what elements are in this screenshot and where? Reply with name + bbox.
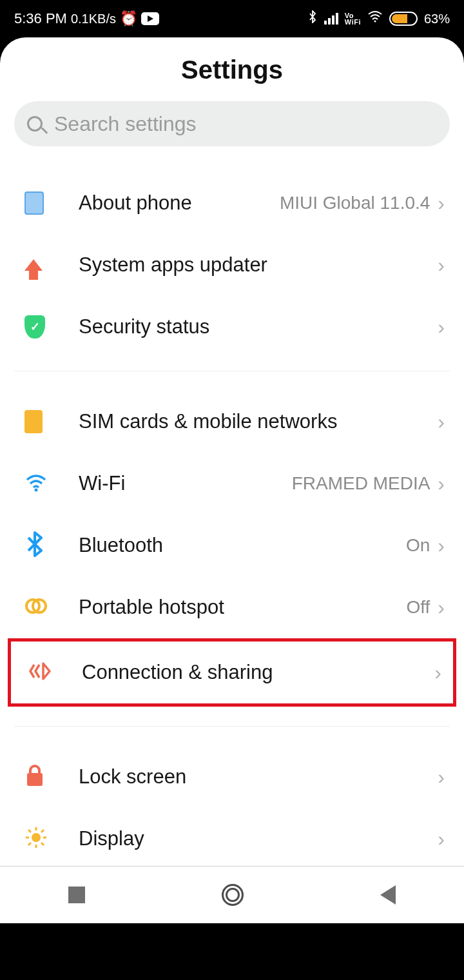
- svg-line-13: [28, 843, 31, 845]
- page-title: Settings: [0, 37, 464, 84]
- navigation-bar: [0, 867, 464, 923]
- bluetooth-icon: [24, 531, 45, 560]
- wifi-icon: [24, 471, 48, 496]
- row-label: Wi-Fi: [79, 472, 292, 495]
- highlight-connection-sharing: Connection & sharing ›: [8, 638, 456, 707]
- svg-line-10: [28, 830, 31, 832]
- sun-icon: [24, 826, 48, 852]
- wifi-status-icon: [367, 10, 383, 27]
- row-value: MIUI Global 11.0.4: [280, 193, 430, 213]
- row-display[interactable]: Display ›: [0, 808, 464, 870]
- youtube-icon: [141, 12, 159, 25]
- vowifi-icon: VoWiFi: [345, 12, 361, 25]
- row-label: Connection & sharing: [82, 661, 434, 684]
- row-value: On: [406, 535, 430, 556]
- home-button[interactable]: [222, 884, 244, 906]
- chevron-right-icon: ›: [438, 317, 445, 337]
- hotspot-icon: [24, 594, 48, 620]
- row-security[interactable]: ✓ Security status ›: [0, 296, 464, 358]
- row-label: Bluetooth: [79, 534, 406, 557]
- chevron-right-icon: ›: [434, 662, 441, 683]
- row-wifi[interactable]: Wi-Fi FRAMED MEDIA ›: [0, 453, 464, 514]
- chevron-right-icon: ›: [438, 535, 445, 556]
- chevron-right-icon: ›: [438, 473, 445, 494]
- row-label: Display: [79, 827, 438, 850]
- lock-icon: [24, 764, 45, 790]
- svg-point-0: [374, 21, 376, 23]
- row-system-updater[interactable]: System apps updater ›: [0, 234, 464, 296]
- shield-icon: ✓: [24, 315, 45, 338]
- svg-rect-4: [27, 773, 43, 786]
- status-bar: 5:36 PM 0.1KB/s ⏰ VoWiFi 63%: [0, 0, 464, 37]
- svg-line-12: [41, 830, 44, 832]
- connection-icon: [28, 660, 52, 685]
- status-net-speed: 0.1KB/s: [71, 12, 116, 26]
- row-label: Security status: [79, 315, 438, 338]
- recents-button[interactable]: [68, 887, 85, 903]
- search-input[interactable]: Search settings: [14, 101, 450, 146]
- row-about-phone[interactable]: About phone MIUI Global 11.0.4 ›: [0, 172, 464, 234]
- bluetooth-status-icon: [307, 10, 318, 27]
- row-hotspot[interactable]: Portable hotspot Off ›: [0, 576, 464, 638]
- arrow-up-icon: [24, 259, 43, 271]
- sim-icon: [24, 410, 43, 433]
- alarm-icon: ⏰: [120, 10, 137, 27]
- row-bluetooth[interactable]: Bluetooth On ›: [0, 514, 464, 576]
- row-value: FRAMED MEDIA: [292, 473, 430, 494]
- row-label: Lock screen: [79, 765, 438, 789]
- settings-screen: Settings Search settings About phone MIU…: [0, 37, 464, 923]
- row-connection-sharing[interactable]: Connection & sharing ›: [11, 642, 453, 703]
- cellular-signal-icon: [324, 13, 338, 24]
- chevron-right-icon: ›: [438, 193, 445, 213]
- battery-percent: 63%: [424, 12, 450, 26]
- svg-point-5: [32, 833, 41, 842]
- row-sim[interactable]: SIM cards & mobile networks ›: [0, 391, 464, 453]
- chevron-right-icon: ›: [438, 597, 445, 618]
- chevron-right-icon: ›: [438, 255, 445, 275]
- search-icon: [27, 116, 43, 132]
- divider: [14, 371, 450, 371]
- status-time: 5:36 PM: [14, 10, 67, 27]
- row-value: Off: [407, 597, 430, 618]
- svg-line-11: [41, 843, 44, 845]
- row-lock-screen[interactable]: Lock screen ›: [0, 746, 464, 808]
- svg-point-1: [35, 489, 38, 492]
- phone-icon: [24, 191, 44, 215]
- chevron-right-icon: ›: [438, 828, 445, 849]
- row-label: SIM cards & mobile networks: [79, 410, 438, 433]
- search-placeholder: Search settings: [54, 112, 197, 136]
- chevron-right-icon: ›: [438, 411, 445, 432]
- settings-list: About phone MIUI Global 11.0.4 › System …: [0, 172, 464, 923]
- divider: [14, 726, 450, 727]
- battery-icon: [389, 12, 418, 26]
- row-label: Portable hotspot: [79, 596, 407, 619]
- row-label: About phone: [79, 191, 280, 215]
- chevron-right-icon: ›: [438, 767, 445, 787]
- back-button[interactable]: [380, 885, 396, 905]
- row-label: System apps updater: [79, 253, 438, 277]
